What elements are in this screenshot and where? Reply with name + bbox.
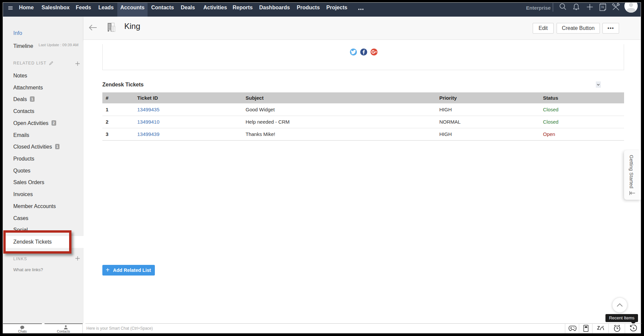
svg-text:31: 31 [601,5,604,9]
